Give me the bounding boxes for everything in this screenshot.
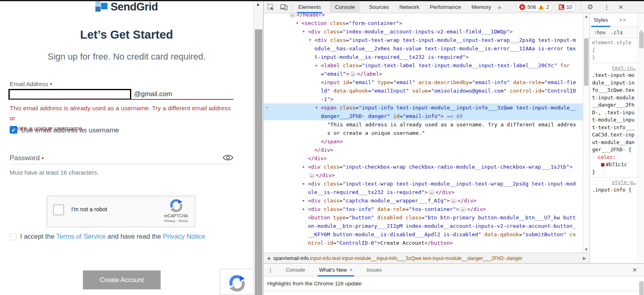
collapsed-content-ellipsis[interactable]: … [460, 206, 467, 212]
recaptcha-checkbox[interactable] [53, 204, 64, 215]
tab-performance[interactable]: Performance [429, 1, 462, 13]
dom-tree-line[interactable]: </span> [264, 137, 583, 146]
breadcrumb-forward-icon[interactable]: ▶ [580, 256, 589, 260]
css-property-value[interactable]: #b71c1c [592, 161, 636, 169]
collapsed-content-ellipsis[interactable]: … [349, 71, 357, 77]
issues-badge[interactable]: 10 [555, 3, 576, 12]
code-segment-tag: <div [314, 37, 327, 43]
dom-tree-line[interactable]: "This email address is already used as a… [264, 120, 583, 137]
dom-tree-scrollbar-thumb[interactable] [584, 38, 588, 86]
drawer-scrollbar-thumb[interactable] [639, 281, 644, 295]
css-selector-line[interactable]: .input-info { [592, 186, 636, 194]
code-segment-plain: = [541, 79, 545, 85]
drawer-menu-icon[interactable]: ⋮ [268, 267, 273, 273]
collapsed-content-ellipsis[interactable]: … [428, 190, 435, 196]
tab-console[interactable]: Console [330, 1, 360, 13]
collapsed-content-ellipsis[interactable]: … [289, 13, 296, 18]
collapsed-content-ellipsis[interactable]: … [308, 173, 316, 179]
expand-arrow-down-icon[interactable]: ▼ [303, 27, 308, 36]
show-password-eye-icon[interactable] [223, 154, 233, 163]
create-account-button[interactable]: Create Account [83, 270, 161, 289]
inspect-element-icon[interactable] [267, 4, 275, 11]
scroll-up-arrow-icon[interactable]: ▲ [256, 2, 260, 6]
styles-scrollbar[interactable]: ▲ [638, 13, 644, 263]
dom-tree-line[interactable]: ▼<div class="index-module__account-input… [264, 27, 583, 36]
recaptcha-privacy-terms[interactable]: Privacy - Terms [162, 219, 190, 223]
dom-tree-line[interactable]: ▶<label class="input-text-label text-inp… [264, 61, 583, 78]
drawer-tab-what-s-new[interactable]: What's New× [318, 264, 354, 276]
expand-arrow-down-icon[interactable]: ▼ [309, 36, 314, 44]
dom-tree-line[interactable]: ▼<section class="form-container"> [264, 19, 583, 27]
css-selector-line[interactable]: element.style { [592, 39, 636, 54]
stylesheet-link[interactable]: style-g… [592, 179, 636, 186]
expand-arrow-right-icon[interactable]: ▶ [303, 163, 308, 171]
expand-arrow-right-icon[interactable]: ▶ [303, 179, 308, 188]
dom-tree-line[interactable]: <button type="button" disabled class="bt… [264, 213, 583, 247]
console-errors-warnings-badge[interactable]: ✕ 506 ! 2 [516, 3, 553, 12]
code-segment-tag: <div [308, 181, 320, 187]
row-menu-dots-icon[interactable]: ⋯ [266, 103, 269, 112]
dom-tree-line[interactable]: ⋯▼<span class="input-info text-input-mod… [264, 103, 583, 120]
code-segment-attr: value [409, 88, 428, 94]
tab-elements[interactable]: Elements [297, 1, 322, 13]
page-scrollbar-thumb[interactable] [255, 29, 262, 295]
drawer-tab-console[interactable]: Console [284, 264, 307, 276]
breadcrumb-classes[interactable]: .input-info.text-input-module__input-inf… [309, 256, 522, 261]
error-icon: ✕ [519, 4, 525, 10]
page-scrollbar[interactable]: ▲ [253, 0, 263, 295]
whats-new-content[interactable]: Highlights from the Chrome 116 update [264, 276, 644, 291]
expand-arrow-right-icon[interactable]: ▶ [303, 205, 308, 213]
css-selector-line[interactable]: } [592, 169, 636, 176]
dom-tree-scrollbar[interactable]: ▲ ▼ [583, 13, 589, 253]
close-drawer-icon[interactable]: ✕ [632, 266, 637, 274]
rule-separator [590, 177, 638, 177]
code-segment-plain: = [400, 113, 403, 119]
toggle-hover-state-button[interactable]: :hov [594, 29, 606, 35]
use-email-as-username-label[interactable]: Use email address as username [21, 126, 119, 134]
close-devtools-icon[interactable]: ✕ [618, 4, 623, 11]
breadcrumb-back-icon[interactable]: ◀ [264, 256, 273, 260]
expand-arrow-right-icon[interactable]: ▶ [316, 61, 321, 70]
scroll-down-arrow-icon[interactable]: ▼ [584, 248, 588, 252]
css-property-name[interactable]: color: [592, 154, 636, 161]
expand-arrow-down-icon[interactable]: ▼ [296, 19, 301, 27]
dom-tree-line[interactable]: ▶<div class="captcha-module__wrapper___f… [264, 196, 583, 205]
dom-tree-line[interactable]: ▶<div class="input-checkbox-wrap checkbo… [264, 163, 583, 179]
tab-sources[interactable]: Sources [368, 1, 390, 13]
tab-memory[interactable]: Memory [470, 1, 492, 13]
tab-network[interactable]: Network [398, 1, 421, 13]
dom-tree-line[interactable]: </div> [264, 146, 583, 154]
dom-tree-line[interactable]: ▶<div class="input-text-wrap text-input-… [264, 179, 583, 196]
dom-tree-line[interactable]: ▼<div class="input-text-wrap text-input-… [264, 36, 583, 61]
stylesheet-link[interactable]: text-in… [592, 64, 636, 72]
tab-styles[interactable]: Styles [590, 13, 612, 27]
more-tabs-icon[interactable]: » [498, 4, 501, 10]
terms-of-service-link[interactable]: Terms of Service [56, 233, 106, 240]
more-options-icon[interactable]: ⋮ [604, 4, 610, 11]
css-selector-line[interactable]: } [592, 54, 636, 62]
styles-scrollbar-thumb[interactable] [639, 32, 644, 48]
settings-gear-icon[interactable]: ⚙ [587, 3, 593, 11]
css-selector-line[interactable]: .text-input-module__input-info___3zQwe.t… [592, 72, 636, 154]
color-swatch[interactable] [601, 163, 605, 167]
use-email-as-username-checkbox[interactable]: ✓ [10, 126, 17, 134]
toggle-class-button[interactable]: .cls [611, 29, 623, 35]
dom-tree-line[interactable]: ▶<div class="tos-info" data-role="tos-co… [264, 205, 583, 213]
sidebar-more-tabs-icon[interactable]: >> [619, 17, 626, 23]
email-input[interactable] [8, 89, 131, 100]
privacy-notice-link[interactable]: Privacy Notice [163, 233, 205, 240]
drawer-tab-issues[interactable]: Issues [365, 264, 384, 276]
device-toolbar-icon[interactable] [280, 4, 288, 10]
code-segment-tag: > [456, 206, 459, 212]
close-tab-icon[interactable]: × [350, 267, 353, 273]
dom-tree-line[interactable]: <input id="email" type="email" aria-desc… [264, 78, 583, 103]
dom-tree-line[interactable]: </div> [264, 154, 583, 163]
scroll-up-arrow-icon[interactable]: ▲ [584, 14, 588, 19]
dom-tree-line[interactable]: …</header> [264, 13, 583, 19]
breadcrumb-node[interactable]: span#email-info [273, 256, 309, 261]
expand-arrow-right-icon[interactable]: ▶ [303, 196, 308, 205]
expand-arrow-down-icon[interactable]: ▼ [316, 103, 321, 112]
tos-checkbox[interactable] [10, 233, 17, 240]
collapsed-content-ellipsis[interactable]: … [450, 198, 457, 204]
email-value-suffix[interactable]: @gmail.com [134, 90, 172, 98]
